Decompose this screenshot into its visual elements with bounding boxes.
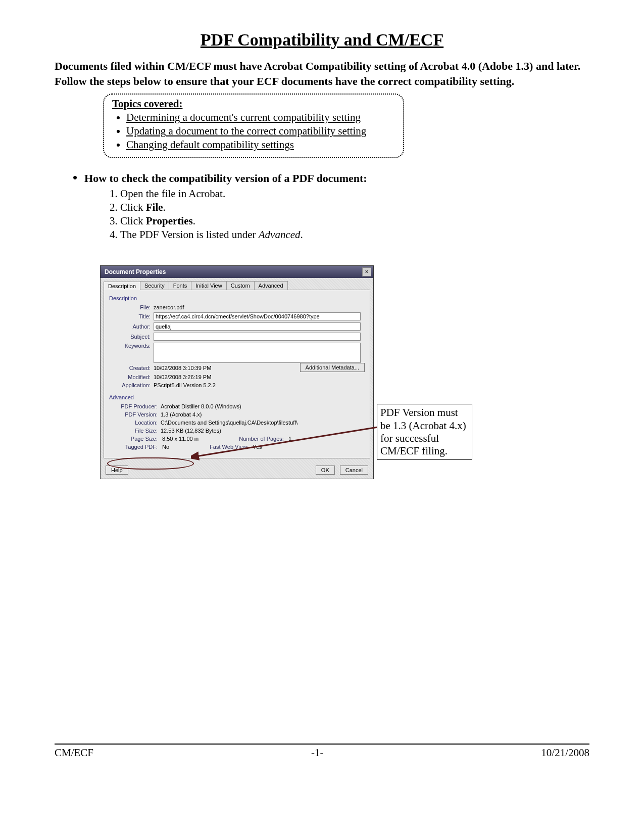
file-label: File: <box>109 304 154 310</box>
footer-left: CM/ECF <box>55 747 93 759</box>
tab-advanced[interactable]: Advanced <box>254 281 288 290</box>
topics-heading: Topics covered: <box>112 98 395 110</box>
filesize-label: File Size: <box>109 428 161 434</box>
tagged-label: Tagged PDF: <box>109 444 161 450</box>
steps-list: Open the file in Acrobat. Click File. Cl… <box>120 188 589 241</box>
keywords-input[interactable] <box>154 343 361 363</box>
title-input[interactable] <box>154 312 361 320</box>
page-footer: CM/ECF -1- 10/21/2008 <box>55 744 589 759</box>
location-value: C:\Documents and Settings\quellaj.CA\Des… <box>161 420 298 426</box>
section-heading: How to check the compatibility version o… <box>73 170 589 186</box>
created-value: 10/02/2008 3:10:39 PM <box>154 365 211 371</box>
tab-description[interactable]: Description <box>104 282 140 290</box>
keywords-label: Keywords: <box>109 343 154 349</box>
subject-input[interactable] <box>154 333 361 341</box>
producer-value: Acrobat Distiller 8.0.0 (Windows) <box>161 403 241 409</box>
topic-link-3[interactable]: Changing default compatibility settings <box>126 138 395 151</box>
footer-right: 10/21/2008 <box>541 747 589 759</box>
annotation-note: PDF Version must be 1.3 (Acrobat 4.x) fo… <box>377 404 472 460</box>
footer-center: -1- <box>311 747 324 759</box>
created-label: Created: <box>109 365 154 371</box>
group-advanced: Advanced <box>109 394 365 400</box>
step-3: Click Properties. <box>120 215 589 227</box>
page-title: PDF Compatibility and CM/ECF <box>55 30 589 50</box>
tab-fonts[interactable]: Fonts <box>169 281 192 290</box>
modified-label: Modified: <box>109 374 154 380</box>
filesize-value: 12.53 KB (12,832 Bytes) <box>161 428 221 434</box>
topic-link-2[interactable]: Updating a document to the correct compa… <box>126 125 395 137</box>
topic-link-1[interactable]: Determining a document's current compati… <box>126 111 395 124</box>
document-properties-dialog: Document Properties × Description Securi… <box>100 265 374 479</box>
tab-security[interactable]: Security <box>140 281 169 290</box>
additional-metadata-button[interactable]: Additional Metadata... <box>300 363 365 372</box>
location-label: Location: <box>109 420 161 426</box>
modified-value: 10/02/2008 3:26:19 PM <box>154 374 211 380</box>
title-label: Title: <box>109 313 154 319</box>
numpages-value: 1 <box>288 436 291 442</box>
tagged-value: No <box>162 444 169 450</box>
pagesize-label: Page Size: <box>109 436 161 442</box>
help-button[interactable]: Help <box>106 466 128 475</box>
step-4: The PDF Version is listed under Advanced… <box>120 228 589 241</box>
fastweb-label: Fast Web View: <box>210 444 252 450</box>
topics-box: Topics covered: Determining a document's… <box>103 94 404 158</box>
step-2: Click File. <box>120 201 589 214</box>
file-value: zanercor.pdf <box>154 304 184 310</box>
pagesize-value: 8.50 x 11.00 in <box>162 436 199 442</box>
group-description: Description <box>109 295 365 301</box>
pdf-version-value: 1.3 (Acrobat 4.x) <box>161 411 202 418</box>
subject-label: Subject: <box>109 334 154 340</box>
intro-paragraph: Documents filed within CM/ECF must have … <box>55 59 589 88</box>
step-1: Open the file in Acrobat. <box>120 188 589 200</box>
application-label: Application: <box>109 382 154 388</box>
fastweb-value: Yes <box>253 444 262 450</box>
tab-custom[interactable]: Custom <box>226 281 255 290</box>
tab-initial-view[interactable]: Initial View <box>191 281 226 290</box>
cancel-button[interactable]: Cancel <box>340 466 368 475</box>
application-value: PScript5.dll Version 5.2.2 <box>154 382 216 388</box>
author-label: Author: <box>109 323 154 330</box>
producer-label: PDF Producer: <box>109 403 161 409</box>
close-icon[interactable]: × <box>362 267 371 276</box>
ok-button[interactable]: OK <box>316 466 335 475</box>
pdf-version-label: PDF Version: <box>109 411 161 418</box>
author-input[interactable] <box>154 322 361 331</box>
numpages-label: Number of Pages: <box>239 436 287 442</box>
dialog-title: Document Properties <box>105 268 166 275</box>
